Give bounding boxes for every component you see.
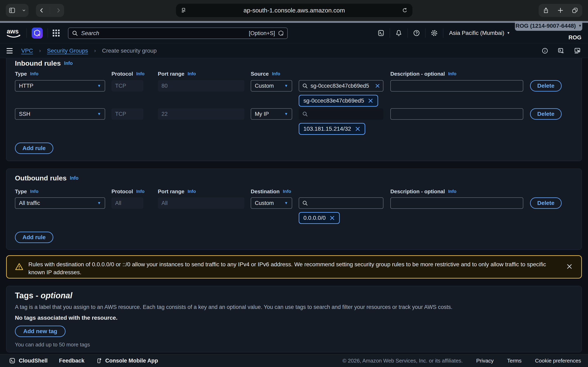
settings-gear-icon[interactable] [425, 29, 443, 37]
feedback-label: Feedback [59, 358, 85, 364]
breadcrumb-vpc[interactable]: VPC [21, 48, 33, 54]
description-input[interactable] [390, 108, 523, 120]
console-search-input[interactable]: Search [Option+S] [68, 27, 288, 39]
destination-search-input[interactable] [299, 197, 383, 209]
url-text: ap-south-1.console.aws.amazon.com [187, 7, 402, 14]
add-rule-button[interactable]: Add rule [15, 142, 53, 154]
info-link[interactable]: Info [188, 71, 196, 76]
services-grid-icon[interactable] [53, 30, 60, 36]
page-settings-icon[interactable] [181, 7, 187, 13]
sidebar-panel-icon [9, 7, 16, 14]
svg-text:aws: aws [7, 28, 19, 35]
add-new-tag-button[interactable]: Add new tag [15, 325, 66, 337]
amazon-q-mini-icon [278, 30, 284, 36]
footer-privacy-link[interactable]: Privacy [476, 358, 494, 364]
remove-token-icon[interactable] [368, 98, 373, 104]
amazon-q-icon[interactable] [32, 27, 43, 39]
footer-mobile-app[interactable]: Console Mobile App [96, 358, 158, 364]
tags-title: Tags - optional [15, 291, 72, 300]
token-label: sg-0ccec83e47cb69ed5 [303, 98, 364, 104]
cloudshell-panel-icon[interactable] [557, 47, 565, 54]
description-input[interactable] [390, 80, 523, 92]
cloudshell-icon [9, 358, 16, 364]
source-type-select[interactable]: Custom▼ [251, 80, 292, 92]
sidebar-toggle-button[interactable] [6, 4, 29, 17]
tags-card: Tags - optional A tag is a label that yo… [6, 286, 582, 352]
remove-token-icon[interactable] [329, 215, 335, 221]
info-link[interactable]: Info [188, 189, 196, 194]
info-link[interactable]: Info [136, 71, 144, 76]
delete-rule-button[interactable]: Delete [530, 197, 562, 209]
tags-empty-state: No tags associated with the resource. [15, 315, 118, 321]
copyright-text: © 2026, Amazon Web Services, Inc. or its… [342, 358, 463, 364]
account-name-label[interactable]: ROG [568, 34, 581, 41]
footer-terms-link[interactable]: Terms [507, 358, 522, 364]
info-link[interactable]: Info [64, 60, 73, 66]
cloudshell-icon[interactable] [372, 29, 390, 37]
type-select[interactable]: HTTP▼ [15, 80, 105, 92]
info-link[interactable]: Info [448, 71, 456, 76]
address-bar[interactable]: ap-south-1.console.aws.amazon.com [176, 4, 412, 17]
notifications-bell-icon[interactable] [390, 29, 407, 37]
share-icon[interactable] [543, 7, 549, 14]
inbound-rules-title: Inbound rulesInfo [15, 59, 73, 67]
search-icon [302, 111, 308, 117]
footer-feedback[interactable]: Feedback [59, 358, 85, 364]
help-icon[interactable] [408, 29, 425, 37]
mobile-app-label: Console Mobile App [105, 358, 158, 364]
account-id-label: ROG (1214-9007-6448) [516, 23, 576, 29]
menu-hamburger-icon[interactable] [7, 48, 15, 53]
info-link[interactable]: Info [448, 189, 456, 194]
info-link[interactable]: Info [136, 189, 144, 194]
warning-text: Rules with destination of 0.0.0.0/0 or :… [28, 260, 551, 276]
aws-logo[interactable]: aws [6, 27, 22, 39]
back-button[interactable] [39, 7, 45, 13]
account-id-tab[interactable]: ROG (1214-9007-6448) ▼ [515, 21, 582, 31]
type-select[interactable]: All traffic▼ [15, 197, 105, 209]
close-icon[interactable] [566, 263, 573, 270]
diagnostics-tools-icon[interactable] [574, 47, 581, 54]
source-type-select[interactable]: My IP▼ [251, 108, 292, 120]
breadcrumb-separator: › [39, 48, 41, 54]
footer-cookie-preferences-link[interactable]: Cookie preferences [535, 358, 581, 364]
forward-button[interactable] [55, 7, 61, 13]
footer-cloudshell[interactable]: CloudShell [9, 358, 48, 364]
breadcrumb-security-groups[interactable]: Security Groups [47, 48, 88, 54]
source-search-input[interactable] [299, 108, 383, 120]
new-tab-icon[interactable] [557, 7, 564, 14]
add-rule-button[interactable]: Add rule [15, 232, 53, 243]
description-cell [390, 108, 523, 120]
source-token-chip: 103.181.15.214/32 [299, 123, 365, 135]
source-token-chip: sg-0ccec83e47cb69ed5 [299, 95, 378, 107]
region-selector[interactable]: Asia Pacific (Mumbai) ▼ [443, 30, 510, 36]
delete-rule-button[interactable]: Delete [530, 80, 562, 92]
info-link[interactable]: Info [30, 71, 38, 76]
source-search-input[interactable]: sg-0ccec83e47cb69ed5 [299, 80, 383, 92]
info-link[interactable]: Info [70, 175, 78, 181]
chevron-down-icon [22, 8, 26, 12]
info-link[interactable]: Info [272, 71, 280, 76]
tab-overview-icon[interactable] [572, 7, 578, 14]
caret-down-icon: ▼ [284, 112, 288, 116]
breadcrumb-separator: › [94, 48, 96, 54]
info-link[interactable]: Info [283, 189, 291, 194]
caret-down-icon: ▼ [507, 31, 510, 35]
column-source: SourceInfo [251, 71, 280, 77]
remove-token-icon[interactable] [355, 126, 361, 132]
protocol-field: TCP [112, 80, 143, 92]
description-input[interactable] [390, 197, 523, 209]
caret-down-icon: ▼ [578, 24, 582, 28]
nav-buttons [36, 4, 64, 17]
info-panel-icon[interactable] [541, 47, 548, 54]
caret-down-icon: ▼ [284, 201, 288, 205]
console-footer: CloudShell Feedback Console Mobile App ©… [0, 354, 588, 367]
reload-icon[interactable] [402, 7, 408, 13]
destination-type-select[interactable]: Custom▼ [251, 197, 292, 209]
tags-title-optional: optional [41, 291, 72, 300]
header-divider [26, 28, 27, 38]
type-select[interactable]: SSH▼ [15, 108, 105, 120]
info-link[interactable]: Info [30, 189, 38, 194]
clear-search-icon[interactable] [375, 83, 380, 89]
delete-rule-button[interactable]: Delete [530, 108, 562, 120]
token-label: 0.0.0.0/0 [303, 215, 326, 221]
